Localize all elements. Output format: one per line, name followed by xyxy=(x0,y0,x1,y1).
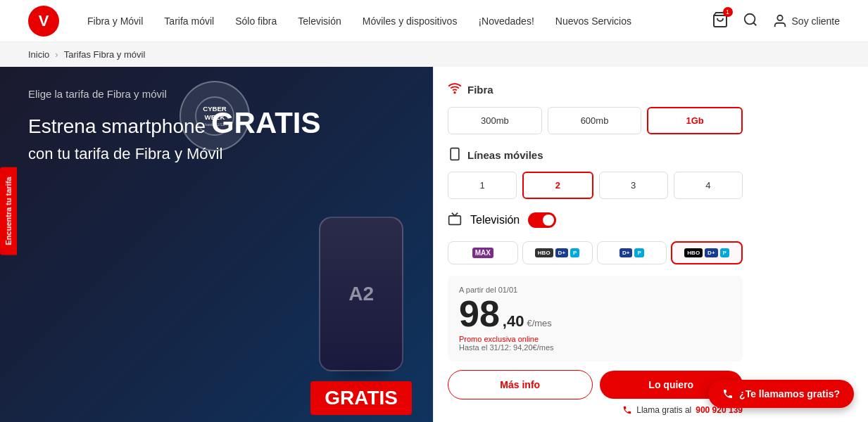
soy-cliente-button[interactable]: Soy cliente xyxy=(772,13,840,29)
lineas-options: 1 2 3 4 xyxy=(448,172,743,199)
svg-text:WEEK: WEEK xyxy=(205,113,225,121)
fibra-section-label: Fibra xyxy=(467,84,493,96)
fibra-options: 300mb 600mb 1Gb xyxy=(448,107,743,134)
price-section: A partir del 01/01 98 ,40 €/mes Promo ex… xyxy=(448,276,743,362)
cta-row: Más info Lo quiero xyxy=(448,370,743,399)
prime4-badge: P xyxy=(720,248,729,257)
price-unit: €/mes xyxy=(527,318,551,328)
logo[interactable]: V xyxy=(28,6,59,37)
prime3-badge: P xyxy=(634,248,643,257)
lineas-4-btn[interactable]: 4 xyxy=(674,172,743,199)
nav-nuevos-servicios[interactable]: Nuevos Servicios xyxy=(555,15,631,27)
prime2-badge: P xyxy=(570,248,579,257)
breadcrumb-separator: › xyxy=(55,49,58,60)
svg-point-2 xyxy=(777,15,782,20)
chat-button[interactable]: ¿Te llamamos gratis? xyxy=(708,380,854,408)
main-nav: Fibra y Móvil Tarifa móvil Sólo fibra Te… xyxy=(87,15,712,27)
nav-solo-fibra[interactable]: Sólo fibra xyxy=(235,15,277,27)
nav-tarifa-movil[interactable]: Tarifa móvil xyxy=(164,15,214,27)
cart-button[interactable]: 1 xyxy=(712,11,729,31)
disney3-badge: D+ xyxy=(619,248,632,257)
tv-row: Televisión xyxy=(448,212,743,229)
svg-point-7 xyxy=(454,92,455,94)
fibra-600mb-btn[interactable]: 600mb xyxy=(548,107,642,134)
nav-novedades[interactable]: ¡Novedades! xyxy=(478,15,534,27)
tv-pkg-hbo-prime[interactable]: HBO D+ P xyxy=(522,241,593,264)
tv-toggle[interactable] xyxy=(528,212,556,228)
lineas-label: Líneas móviles xyxy=(448,147,743,163)
tv-pkg-disney-prime[interactable]: D+ P xyxy=(597,241,667,264)
side-tab-label: Encuentra tu tarifa xyxy=(4,177,13,245)
cart-badge: 1 xyxy=(723,7,733,17)
chat-btn-label: ¿Te llamamos gratis? xyxy=(739,388,840,399)
price-display: 98 ,40 €/mes xyxy=(459,295,731,332)
price-from-label: A partir del 01/01 xyxy=(459,286,731,294)
tv-pkg-all[interactable]: HBO D+ P xyxy=(671,241,743,264)
tv-label: Televisión xyxy=(470,214,520,226)
hero-section: Elige la tarifa de Fibra y móvil Estrena… xyxy=(0,67,433,422)
lineas-1-btn[interactable]: 1 xyxy=(448,172,517,199)
find-tarifa-tab[interactable]: Encuentra tu tarifa xyxy=(0,167,17,255)
hbo-badge: HBO xyxy=(535,248,553,257)
lineas-section-label: Líneas móviles xyxy=(467,149,543,161)
soy-cliente-label: Soy cliente xyxy=(792,15,840,27)
tv-packages: MAX HBO D+ P D+ P HBO D+ P xyxy=(448,241,743,264)
fibra-1gb-btn[interactable]: 1Gb xyxy=(647,107,743,134)
lineas-2-btn[interactable]: 2 xyxy=(522,172,593,199)
disney2-badge: D+ xyxy=(555,248,568,257)
search-button[interactable] xyxy=(743,12,758,30)
logo-letter: V xyxy=(39,12,49,30)
phone-call: Llama gratis al 900 920 139 xyxy=(448,405,743,415)
fibra-300mb-btn[interactable]: 300mb xyxy=(448,107,542,134)
svg-text:CYBER: CYBER xyxy=(203,105,227,113)
breadcrumb: Inicio › Tarifas Fibra y móvil xyxy=(0,42,868,67)
svg-text:hasta 31/12: hasta 31/12 xyxy=(205,122,225,127)
vodafone-logo[interactable]: V xyxy=(28,6,59,37)
gratis-tag: GRATIS xyxy=(310,381,412,415)
phone-label: Llama gratis al xyxy=(636,405,691,415)
cyber-week-badge: CYBER WEEK hasta 31/12 xyxy=(180,81,250,151)
svg-rect-10 xyxy=(449,216,461,225)
tv-pkg-max[interactable]: MAX xyxy=(448,241,518,264)
header-actions: 1 Soy cliente xyxy=(712,11,840,31)
max-badge: MAX xyxy=(472,248,493,258)
breadcrumb-home[interactable]: Inicio xyxy=(28,49,49,60)
phone-model-label: A2 xyxy=(348,283,374,305)
configuration-panel: Fibra 300mb 600mb 1Gb Líneas móviles 1 2… xyxy=(433,67,757,422)
mas-info-button[interactable]: Más info xyxy=(448,370,593,399)
disney4-badge: D+ xyxy=(705,248,717,257)
fibra-label: Fibra xyxy=(448,81,743,98)
wifi-icon xyxy=(448,81,462,98)
svg-point-1 xyxy=(744,13,755,24)
hbo4-badge: HBO xyxy=(684,248,703,257)
promo-until: Hasta el 31/12: 94,20€/mes xyxy=(459,343,731,352)
price-integer: 98 xyxy=(459,295,500,332)
nav-moviles[interactable]: Móviles y dispositivos xyxy=(363,15,458,27)
breadcrumb-current: Tarifas Fibra y móvil xyxy=(64,49,146,60)
toggle-knob xyxy=(543,215,554,226)
header: V Fibra y Móvil Tarifa móvil Sólo fibra … xyxy=(0,0,868,42)
tv-icon xyxy=(448,212,462,229)
mobile-lines-icon xyxy=(448,147,462,163)
price-decimal: ,40 xyxy=(503,312,524,331)
lineas-3-btn[interactable]: 3 xyxy=(599,172,668,199)
nav-television[interactable]: Televisión xyxy=(298,15,341,27)
promo-text: Promo exclusiva online xyxy=(459,335,731,343)
nav-fibra-movil[interactable]: Fibra y Móvil xyxy=(87,15,143,27)
